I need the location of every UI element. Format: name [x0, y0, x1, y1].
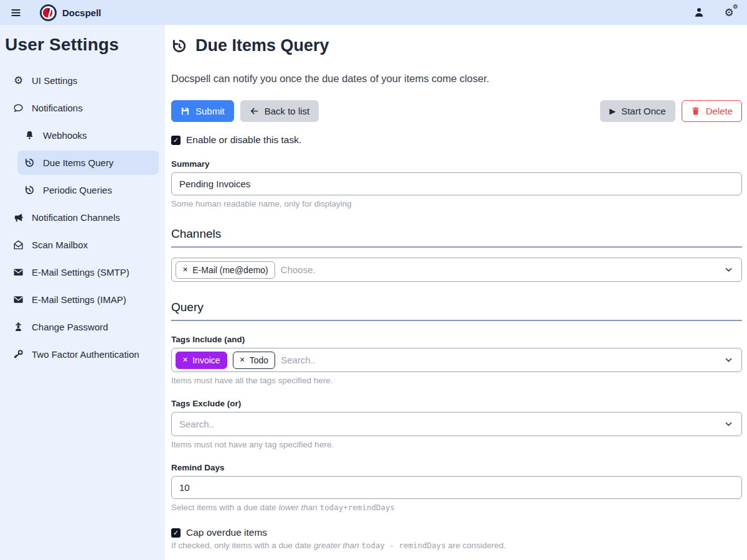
- chevron-down-icon[interactable]: [725, 266, 733, 274]
- docspell-logo-icon: [40, 4, 57, 21]
- cap-overdue-checkbox[interactable]: [171, 528, 181, 538]
- tags-exclude-label: Tags Exclude (or): [171, 399, 742, 408]
- envelope-icon: [12, 294, 24, 306]
- sidebar-item-label: E-Mail Settings (IMAP): [32, 294, 126, 305]
- sidebar-item-ui-settings[interactable]: ⚙ UI Settings: [6, 68, 159, 93]
- chevron-down-icon[interactable]: [725, 356, 733, 364]
- sidebar-item-label: Two Factor Authentication: [32, 349, 139, 360]
- sidebar-item-two-factor[interactable]: Two Factor Authentication: [6, 342, 159, 366]
- remove-chip-icon[interactable]: ✕: [240, 356, 245, 364]
- main-content: Due Items Query Docspell can notify you …: [165, 25, 747, 560]
- tag-chip-invoice[interactable]: ✕ Invoice: [176, 352, 227, 369]
- bell-icon: [24, 129, 35, 141]
- envelope-open-icon: [12, 239, 24, 251]
- sidebar-item-scan-mailbox[interactable]: Scan Mailbox: [6, 233, 159, 257]
- sidebar-item-label: UI Settings: [32, 75, 77, 86]
- chevron-down-icon[interactable]: [725, 420, 733, 428]
- tags-include-label: Tags Include (and): [171, 335, 742, 344]
- save-icon: [181, 106, 190, 116]
- tags-include-helper: Items must have all the tags specified h…: [171, 376, 742, 385]
- sidebar-item-change-password[interactable]: Change Password: [6, 315, 159, 339]
- tags-exclude-dropdown[interactable]: Search..: [171, 412, 742, 436]
- delete-button[interactable]: Delete: [682, 100, 742, 122]
- tags-exclude-placeholder: Search..: [179, 419, 214, 429]
- sidebar-item-webhooks[interactable]: Webhooks: [17, 123, 159, 147]
- channels-dropdown[interactable]: ✕ E-Mail (me@demo) Choose.: [171, 258, 742, 282]
- history-icon: [24, 184, 35, 196]
- settings-cogs-icon[interactable]: ⚙⚙: [722, 6, 736, 19]
- back-to-list-button[interactable]: Back to list: [240, 100, 319, 122]
- start-once-button[interactable]: ▶ Start Once: [600, 100, 675, 122]
- sidebar-item-notification-channels[interactable]: Notification Channels: [6, 205, 159, 230]
- tags-include-placeholder: Search..: [281, 355, 316, 365]
- sidebar-item-notifications[interactable]: Notifications: [6, 96, 159, 120]
- sidebar-item-email-imap[interactable]: E-Mail Settings (IMAP): [6, 287, 159, 312]
- cap-overdue-helper: If checked, only items with a due date g…: [171, 541, 742, 550]
- history-icon: [24, 157, 35, 169]
- sidebar-item-due-items-query[interactable]: Due Items Query: [17, 151, 159, 175]
- cap-overdue-row: Cap overdue items: [171, 527, 742, 538]
- enable-task-row: Enable or disable this task.: [171, 134, 742, 146]
- sidebar-item-periodic-queries[interactable]: Periodic Queries: [17, 178, 159, 202]
- page-title: Due Items Query: [171, 36, 742, 55]
- key-icon: [12, 348, 24, 360]
- app-title: Docspell: [62, 7, 101, 18]
- sidebar-item-label: E-Mail Settings (SMTP): [32, 267, 129, 278]
- arrow-left-icon: [250, 106, 259, 116]
- summary-helper: Some human readable name, only for displ…: [171, 199, 742, 208]
- remove-chip-icon[interactable]: ✕: [182, 266, 188, 274]
- tag-chip-todo[interactable]: ✕ Todo: [233, 352, 276, 369]
- remove-chip-icon[interactable]: ✕: [182, 356, 188, 364]
- trash-icon: [691, 106, 700, 116]
- remind-days-helper: Select items with a due date lower than …: [171, 503, 742, 512]
- cap-overdue-label: Cap overdue items: [186, 527, 267, 538]
- sidebar-item-label: Webhooks: [43, 130, 87, 141]
- sidebar-title: User Settings: [5, 35, 162, 55]
- envelope-icon: [12, 266, 24, 278]
- enable-task-checkbox[interactable]: [171, 136, 181, 145]
- bullhorn-icon: [12, 212, 24, 223]
- tags-include-dropdown[interactable]: ✕ Invoice ✕ Todo Search..: [171, 348, 742, 372]
- enable-task-label: Enable or disable this task.: [186, 134, 301, 146]
- play-icon: ▶: [609, 107, 616, 115]
- submit-button[interactable]: Submit: [171, 100, 234, 122]
- sidebar-item-label: Scan Mailbox: [32, 240, 88, 250]
- sidebar-item-label: Change Password: [32, 322, 108, 332]
- summary-input[interactable]: [171, 172, 742, 195]
- summary-label: Summary: [171, 159, 742, 169]
- sidebar-item-label: Periodic Queries: [43, 185, 112, 195]
- remind-days-input[interactable]: [171, 476, 742, 499]
- comment-icon: [12, 102, 24, 114]
- sidebar-item-label: Notification Channels: [32, 212, 120, 223]
- menu-hamburger-icon[interactable]: [7, 4, 24, 21]
- app-brand[interactable]: Docspell: [40, 4, 101, 21]
- top-navbar: Docspell ⚙⚙: [0, 0, 747, 25]
- gear-icon: ⚙: [12, 75, 24, 86]
- sidebar-item-label: Notifications: [32, 103, 83, 113]
- sidebar: User Settings ⚙ UI Settings Notification…: [0, 25, 165, 560]
- tags-exclude-helper: Items must not have any tag specified he…: [171, 440, 742, 449]
- sidebar-item-label: Due Items Query: [43, 157, 113, 168]
- page-description: Docspell can notify you once the due dat…: [171, 73, 742, 85]
- channels-placeholder: Choose.: [281, 264, 316, 275]
- remind-days-label: Remind Days: [171, 463, 742, 472]
- user-account-icon[interactable]: [692, 6, 706, 19]
- channel-chip[interactable]: ✕ E-Mail (me@demo): [176, 261, 275, 279]
- sidebar-item-email-smtp[interactable]: E-Mail Settings (SMTP): [6, 260, 159, 284]
- query-section-header: Query: [171, 301, 742, 321]
- history-icon: [171, 38, 187, 54]
- channels-section-header: Channels: [171, 227, 742, 248]
- user-secret-icon: [12, 321, 24, 333]
